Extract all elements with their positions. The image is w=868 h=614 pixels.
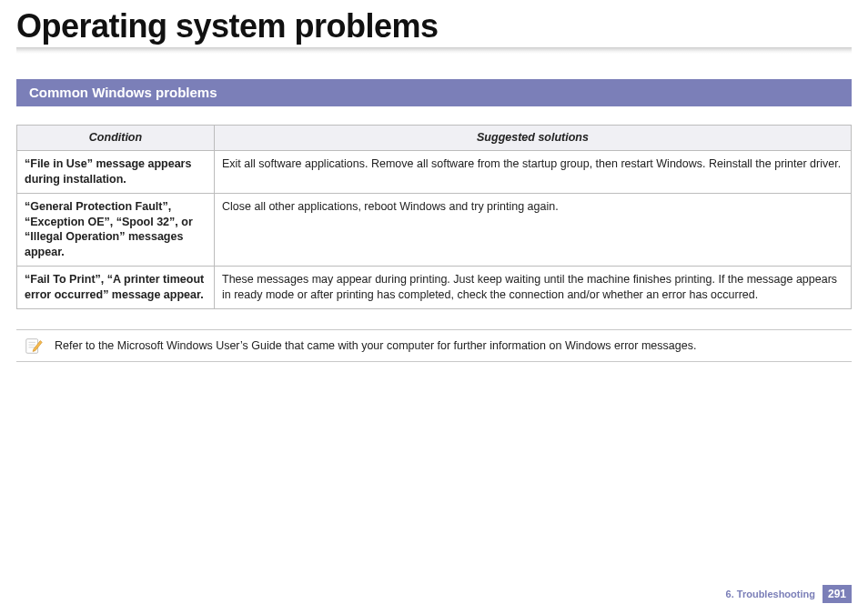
solution-cell: Close all other applications, reboot Win… bbox=[215, 193, 852, 267]
solution-cell: These messages may appear during printin… bbox=[215, 267, 852, 309]
footer-page-number: 291 bbox=[823, 585, 852, 603]
note-text: Refer to the Microsoft Windows User’s Gu… bbox=[55, 339, 696, 352]
note-block: Refer to the Microsoft Windows User’s Gu… bbox=[16, 329, 852, 362]
condition-cell: “General Protection Fault”, “Exception O… bbox=[17, 193, 215, 267]
table-row: “General Protection Fault”, “Exception O… bbox=[17, 193, 852, 267]
col-header-condition: Condition bbox=[17, 126, 215, 151]
condition-cell: “Fail To Print”, “A printer timeout erro… bbox=[17, 267, 215, 309]
page-title: Operating system problems bbox=[16, 7, 852, 45]
col-header-solutions: Suggested solutions bbox=[215, 126, 852, 151]
note-icon bbox=[24, 336, 44, 356]
page-footer: 6. Troubleshooting 291 bbox=[726, 585, 852, 603]
solution-cell: Exit all software applications. Remove a… bbox=[215, 150, 852, 193]
condition-cell: “File in Use” message appears during ins… bbox=[17, 150, 215, 193]
title-rule bbox=[16, 47, 852, 54]
footer-chapter: 6. Troubleshooting bbox=[726, 589, 815, 599]
table-row: “Fail To Print”, “A printer timeout erro… bbox=[17, 267, 852, 309]
table-row: “File in Use” message appears during ins… bbox=[17, 150, 852, 193]
problems-table: Condition Suggested solutions “File in U… bbox=[16, 125, 852, 309]
section-heading: Common Windows problems bbox=[16, 79, 852, 106]
